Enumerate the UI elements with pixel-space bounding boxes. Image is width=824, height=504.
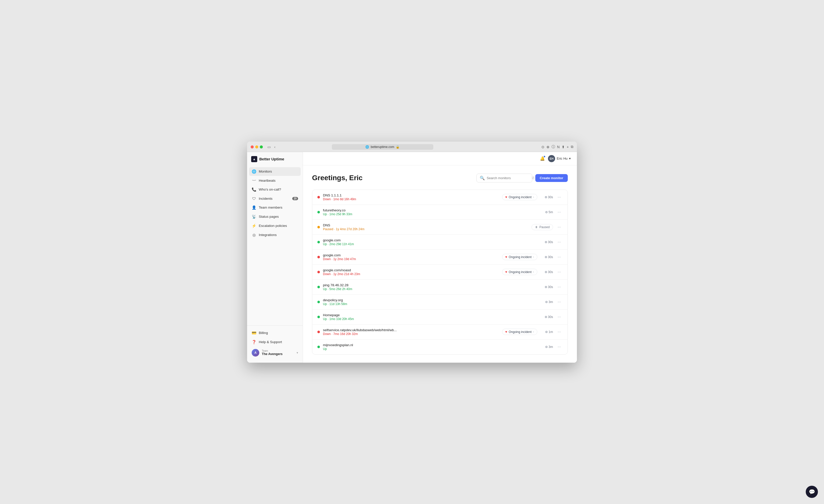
- team-name: The Avengers: [262, 352, 294, 356]
- heart-icon: ♥: [505, 270, 507, 274]
- incident-badge[interactable]: ♥ Ongoing incident ›: [502, 329, 537, 335]
- monitor-name: google.com: [323, 238, 494, 242]
- sidebar-label-escalation-policies: Escalation policies: [259, 224, 287, 228]
- more-options-button[interactable]: ···: [556, 254, 562, 260]
- monitor-status: Up · 1mo 25d 9h 33m: [323, 212, 494, 216]
- create-monitor-button[interactable]: Create monitor: [535, 174, 568, 182]
- monitor-status: Down · 7mo 16d 20h 32m: [323, 332, 499, 336]
- more-options-button[interactable]: ···: [556, 299, 562, 305]
- lock-icon: 🔒: [396, 145, 400, 149]
- close-button[interactable]: [251, 145, 254, 148]
- interval-dot-icon: [545, 196, 547, 198]
- windows-icon[interactable]: ⧉: [571, 145, 573, 149]
- monitor-row[interactable]: selfservice.ratpdev.uk/llubdasweb/web/ht…: [312, 325, 568, 339]
- chevron-right-icon: ›: [533, 271, 534, 273]
- sidebar-toggle-button[interactable]: ▭: [267, 144, 272, 149]
- sidebar-item-whos-on-call[interactable]: 📞 Who's on-call?: [249, 185, 301, 194]
- search-input[interactable]: [487, 176, 529, 180]
- monitor-row[interactable]: mijnvoedingsplan.nl Up 3m ···: [312, 339, 568, 354]
- browser-window: ▭ ‹ 🌐 betteruptime.com 🔒 ⊙ ⊕ ⓘ N ⬆ + ⧉ ▲…: [247, 141, 577, 363]
- monitor-name: ping 78.46.32.28: [323, 283, 494, 287]
- monitor-row[interactable]: futuretheory.co Up · 1mo 25d 9h 33m 5m ·…: [312, 205, 568, 220]
- monitor-name: google.com: [323, 253, 499, 257]
- sidebar-item-billing[interactable]: 💳 Billing: [249, 329, 301, 337]
- monitor-name: mijnvoedingsplan.nl: [323, 343, 494, 347]
- sidebar-item-help-support[interactable]: ❓ Help & Support: [249, 338, 301, 346]
- interval-badge: 30s: [540, 285, 553, 289]
- notifications-button[interactable]: 🔔: [540, 156, 545, 161]
- notion-icon[interactable]: N: [557, 145, 560, 149]
- team-label: Team: [262, 349, 294, 352]
- sidebar-item-monitors[interactable]: 🌐 Monitors: [249, 167, 301, 176]
- more-options-button[interactable]: ···: [556, 284, 562, 290]
- monitor-status: Paused · 1y 4mo 27d 20h 24m: [323, 227, 528, 231]
- fullscreen-button[interactable]: [260, 145, 263, 148]
- search-box[interactable]: 🔍 /: [477, 174, 532, 183]
- team-section[interactable]: A Team The Avengers ▾: [249, 347, 301, 359]
- more-options-button[interactable]: ···: [556, 194, 562, 200]
- sidebar-item-team-members[interactable]: 👤 Team members: [249, 203, 301, 212]
- more-options-button[interactable]: ···: [556, 269, 562, 275]
- monitor-row[interactable]: DNS Paused · 1y 4mo 27d 20h 24m ⏸ Paused…: [312, 220, 568, 235]
- chevron-right-icon: ›: [533, 330, 534, 333]
- new-tab-icon[interactable]: +: [567, 145, 569, 149]
- address-bar[interactable]: 🌐 betteruptime.com 🔒: [332, 144, 433, 150]
- status-dot: [317, 211, 320, 213]
- heart-icon: ♥: [505, 255, 507, 259]
- status-dot: [317, 301, 320, 303]
- user-menu-button[interactable]: EH Eric Hu ▾: [548, 155, 571, 162]
- monitor-row[interactable]: devpolicy.org Up · 11d 13h 58m 3m ···: [312, 295, 568, 310]
- sidebar-bottom: 💳 Billing ❓ Help & Support A Team The Av…: [247, 325, 303, 359]
- interval-value: 3m: [548, 345, 553, 349]
- chat-widget[interactable]: 💬: [806, 486, 818, 498]
- monitor-row[interactable]: ping 78.46.32.28 Up · 5mo 26d 2h 40m 30s…: [312, 280, 568, 295]
- share-icon[interactable]: ⬆: [562, 145, 565, 149]
- more-options-button[interactable]: ···: [556, 314, 562, 320]
- more-options-button[interactable]: ···: [556, 239, 562, 245]
- incident-badge[interactable]: ♥ Ongoing incident ›: [502, 269, 537, 275]
- sidebar-item-heartbeats[interactable]: 〰 Heartbeats: [249, 176, 301, 185]
- monitor-info: Homepage Up · 1mo 10d 20h 45m: [323, 313, 494, 321]
- status-dot: [317, 331, 320, 333]
- monitor-row[interactable]: google.com/noasd Down · 1y 2mo 21d 4h 23…: [312, 265, 568, 280]
- minimize-button[interactable]: [255, 145, 258, 148]
- monitor-status: Down · 1y 2mo 19d 47m: [323, 257, 499, 261]
- monitor-info: futuretheory.co Up · 1mo 25d 9h 33m: [323, 208, 494, 216]
- more-options-button[interactable]: ···: [556, 329, 562, 335]
- back-button[interactable]: ‹: [273, 144, 277, 149]
- more-options-button[interactable]: ···: [556, 344, 562, 350]
- monitors-icon: 🌐: [252, 169, 256, 174]
- sidebar-item-integrations[interactable]: ◎ Integrations: [249, 231, 301, 239]
- sidebar-item-escalation-policies[interactable]: ⚡ Escalation policies: [249, 221, 301, 230]
- shield-icon[interactable]: ⊕: [546, 145, 549, 149]
- escalation-policies-icon: ⚡: [252, 224, 256, 228]
- whos-on-call-icon: 📞: [252, 187, 256, 192]
- interval-dot-icon: [545, 241, 547, 243]
- download-icon[interactable]: ⊙: [541, 145, 544, 149]
- monitor-row[interactable]: DNS 1.1.1.1 Down · 1mo 8d 16h 49m ♥ Ongo…: [312, 190, 568, 205]
- badge-incidents: 20: [292, 197, 298, 200]
- sidebar-item-status-pages[interactable]: 📡 Status pages: [249, 212, 301, 221]
- interval-badge: 5m: [540, 210, 553, 214]
- paused-badge: ⏸ Paused: [531, 224, 553, 230]
- sidebar-label-team-members: Team members: [259, 206, 282, 209]
- sidebar-item-incidents[interactable]: 🛡 Incidents 20: [249, 194, 301, 203]
- incident-label: Ongoing incident: [509, 270, 531, 274]
- monitor-row[interactable]: google.com Down · 1y 2mo 19d 47m ♥ Ongoi…: [312, 250, 568, 265]
- more-options-button[interactable]: ···: [556, 224, 562, 230]
- help-icon: ❓: [252, 340, 256, 344]
- user-avatar: EH: [548, 155, 555, 162]
- interval-badge: 30s: [540, 240, 553, 244]
- interval-badge: 3m: [540, 300, 553, 304]
- incident-badge[interactable]: ♥ Ongoing incident ›: [502, 254, 537, 260]
- status-dot: [317, 241, 320, 243]
- monitor-info: mijnvoedingsplan.nl Up: [323, 343, 494, 351]
- interval-value: 1m: [548, 330, 553, 334]
- help-label: Help & Support: [259, 340, 282, 344]
- more-options-button[interactable]: ···: [556, 209, 562, 215]
- monitor-name: DNS: [323, 223, 528, 227]
- incident-badge[interactable]: ♥ Ongoing incident ›: [502, 194, 537, 200]
- password-icon[interactable]: ⓘ: [551, 145, 555, 149]
- monitor-row[interactable]: Homepage Up · 1mo 10d 20h 45m 30s ···: [312, 310, 568, 325]
- monitor-row[interactable]: google.com Up · 2mo 29d 11h 41m 30s ···: [312, 235, 568, 250]
